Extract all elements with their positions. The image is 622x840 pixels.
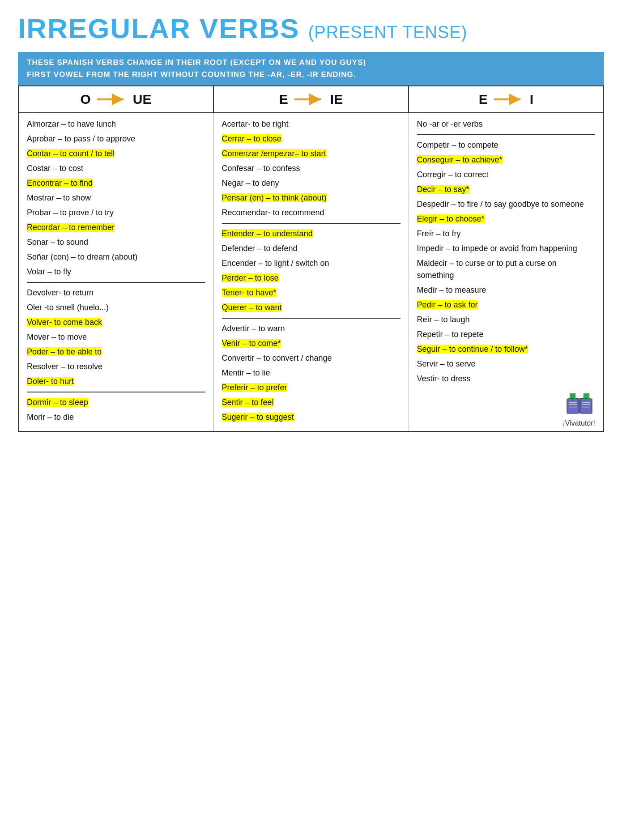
arrow1-icon <box>96 93 128 106</box>
col3-to: I <box>530 92 533 107</box>
list-item: No -ar or -er verbs <box>417 117 596 132</box>
col2-to: IE <box>330 92 343 107</box>
list-item: Medir – to measure <box>417 283 596 298</box>
list-item: Seguir – to continue / to follow* <box>417 342 596 357</box>
list-item: Conseguir – to achieve* <box>417 153 596 167</box>
list-item: Despedir – to fire / to say goodbye to s… <box>417 197 596 212</box>
list-item: Perder – to lose <box>222 271 400 286</box>
list-item: Poder – to be able to <box>27 345 205 359</box>
list-item: Reír – to laugh <box>417 312 596 327</box>
subtitle-text: (PRESENT TENSE) <box>308 23 468 42</box>
info-line2: FIRST VOWEL FROM THE RIGHT WITHOUT COUNT… <box>27 68 595 81</box>
list-item: Freír – to fry <box>417 226 596 241</box>
separator <box>27 282 205 283</box>
list-item: Sugerir – to suggest <box>222 410 400 425</box>
separator <box>222 223 400 224</box>
col2-content: Acertar- to be rightCerrar – to closeCom… <box>213 113 409 431</box>
list-item: Defender – to defend <box>222 241 400 256</box>
col1-content: Almorzar – to have lunchAprobar – to pas… <box>18 113 213 431</box>
list-item: Doler- to hurt <box>27 374 205 389</box>
svg-rect-5 <box>578 398 581 413</box>
list-item: Confesar – to confess <box>222 161 400 176</box>
list-item: Vestir- to dress <box>417 371 596 386</box>
list-item: Comenzar /empezar– to start <box>222 146 400 161</box>
col1-to: UE <box>133 92 152 107</box>
book-icon <box>564 391 595 418</box>
list-item: Encender – to light / switch on <box>222 256 400 271</box>
list-item: Encontrar – to find <box>27 176 205 191</box>
list-item: Acertar- to be right <box>222 117 400 132</box>
list-item: Mostrar – to show <box>27 191 205 205</box>
list-item: Corregir – to correct <box>417 167 596 182</box>
arrow3-icon <box>493 93 524 106</box>
list-item: Decir – to say* <box>417 182 596 197</box>
table-row: Almorzar – to have lunchAprobar – to pas… <box>18 113 604 431</box>
list-item: Devolver- to return <box>27 286 205 300</box>
vivatutor-box: ¡Vivatutor! <box>417 386 596 427</box>
list-item: Repetir – to repete <box>417 327 596 342</box>
list-item: Resolver – to resolve <box>27 359 205 374</box>
list-item: Competir – to compete <box>417 138 596 153</box>
col2-from: E <box>279 92 288 107</box>
list-item: Almorzar – to have lunch <box>27 117 205 132</box>
separator <box>27 392 205 392</box>
list-item: Recomendar- to recommend <box>222 205 400 220</box>
list-item: Cerrar – to close <box>222 132 400 146</box>
list-item: Convertir – to convert / change <box>222 351 400 366</box>
col2-header: E IE <box>213 86 409 113</box>
info-line1: THESE SPANISH VERBS CHANGE IN THEIR ROOT… <box>27 56 595 68</box>
list-item: Recordar – to remember <box>27 220 205 235</box>
list-item: Elegir – to choose* <box>417 212 596 226</box>
info-box: THESE SPANISH VERBS CHANGE IN THEIR ROOT… <box>18 52 604 85</box>
list-item: Volver- to come back <box>27 315 205 330</box>
list-item: Venir – to come* <box>222 336 400 351</box>
list-item: Volar – to fly <box>27 264 205 279</box>
vivatutor-label: ¡Vivatutor! <box>562 419 595 427</box>
list-item: Querer – to want <box>222 300 400 315</box>
svg-rect-3 <box>567 398 579 413</box>
list-item: Morir – to die <box>27 410 205 425</box>
list-item: Pensar (en) – to think (about) <box>222 191 400 205</box>
list-item: Dormir – to sleep <box>27 395 205 410</box>
svg-rect-4 <box>580 398 592 413</box>
list-item: Soñar (con) – to dream (about) <box>27 250 205 264</box>
list-item: Contar – to count / to tell <box>27 146 205 161</box>
list-item: Pedir – to ask for <box>417 298 596 312</box>
separator <box>417 134 596 135</box>
col3-header: E I <box>409 86 604 113</box>
col3-content: No -ar or -er verbsCompetir – to compete… <box>409 113 604 431</box>
list-item: Aprobar – to pass / to approve <box>27 132 205 146</box>
col1-header: O UE <box>18 86 213 113</box>
list-item: Entender – to understand <box>222 226 400 241</box>
list-item: Probar – to prove / to try <box>27 205 205 220</box>
list-item: Tener- to have* <box>222 286 400 300</box>
list-item: Mover – to move <box>27 330 205 345</box>
list-item: Sentir – to feel <box>222 395 400 410</box>
page-title: IRREGULAR VERBS (PRESENT TENSE) <box>18 13 604 44</box>
list-item: Maldecir – to curse or to put a curse on… <box>417 256 596 283</box>
list-item: Preferir – to prefer <box>222 380 400 395</box>
list-item: Mentir – to lie <box>222 366 400 380</box>
list-item: Negar – to deny <box>222 176 400 191</box>
title-text: IRREGULAR VERBS <box>18 13 299 44</box>
col1-from: O <box>80 92 90 107</box>
list-item: Costar – to cost <box>27 161 205 176</box>
list-item: Advertir – to warn <box>222 321 400 336</box>
verb-table: O UE E <box>18 85 604 432</box>
arrow2-icon <box>294 93 325 106</box>
separator <box>222 318 400 319</box>
list-item: Impedir – to impede or avoid from happen… <box>417 241 596 256</box>
col3-from: E <box>479 92 488 107</box>
list-item: Servir – to serve <box>417 357 596 371</box>
list-item: Sonar – to sound <box>27 235 205 250</box>
list-item: Oler -to smell (huelo...) <box>27 300 205 315</box>
